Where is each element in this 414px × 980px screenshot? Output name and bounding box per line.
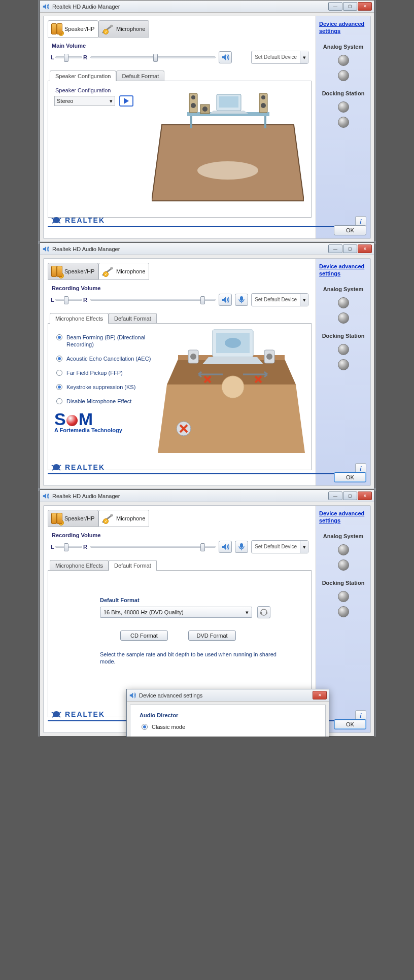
opt-ffp[interactable]: Far Field Pickup (FFP) bbox=[56, 369, 156, 376]
subtab-default-format[interactable]: Default Format bbox=[109, 313, 157, 324]
mic-boost-button[interactable] bbox=[235, 541, 248, 553]
analog-jack-1[interactable] bbox=[338, 55, 349, 66]
tab-speaker[interactable]: ✓ Speaker/HP bbox=[48, 20, 98, 38]
svg-point-28 bbox=[225, 338, 241, 348]
svg-marker-19 bbox=[210, 111, 248, 114]
close-button[interactable]: ✕ bbox=[358, 492, 372, 500]
analog-jack-1[interactable] bbox=[338, 544, 349, 555]
balance-slider[interactable]: L R bbox=[51, 544, 87, 550]
balance-slider[interactable]: L R bbox=[51, 54, 87, 60]
analog-jack-1[interactable] bbox=[338, 297, 349, 308]
recording-volume-slider[interactable] bbox=[90, 299, 216, 301]
titlebar[interactable]: Realtek HD Audio Manager — ▢ ✕ bbox=[40, 243, 374, 255]
headphone-button[interactable] bbox=[257, 606, 270, 618]
tab-microphone[interactable]: ✓ Microphone bbox=[98, 510, 149, 527]
svg-rect-18 bbox=[219, 96, 238, 108]
app-icon bbox=[42, 493, 49, 500]
minimize-button[interactable]: — bbox=[328, 2, 342, 11]
mute-button[interactable] bbox=[219, 294, 232, 306]
dock-jack-2[interactable] bbox=[338, 117, 349, 128]
mic-boost-button[interactable] bbox=[235, 294, 248, 306]
tab-microphone[interactable]: ✓ Microphone bbox=[98, 263, 149, 280]
default-format-select[interactable]: 16 Bits, 48000 Hz (DVD Quality)▾ bbox=[100, 607, 252, 618]
analog-system-label: Analog System bbox=[319, 533, 367, 539]
device-advanced-settings-link[interactable]: Device advanced settings bbox=[319, 20, 367, 34]
speaker-config-panel: Speaker Configuration Stereo▾ bbox=[48, 81, 312, 218]
tab-microphone[interactable]: ✓ Microphone bbox=[98, 20, 149, 38]
mute-button[interactable] bbox=[219, 51, 232, 63]
set-default-device[interactable]: Set Default Device▾ bbox=[251, 51, 308, 64]
ok-button[interactable]: OK bbox=[334, 225, 366, 235]
subtab-speaker-config[interactable]: Speaker Configuration bbox=[50, 71, 116, 81]
analog-jack-2[interactable] bbox=[338, 559, 349, 571]
svg-point-33 bbox=[266, 354, 272, 360]
dock-jack-1[interactable] bbox=[338, 101, 349, 113]
ok-button[interactable]: OK bbox=[334, 719, 366, 729]
play-button[interactable] bbox=[119, 95, 133, 107]
close-button[interactable]: ✕ bbox=[358, 244, 372, 253]
subtab-mic-effects[interactable]: Microphone Effects bbox=[50, 313, 109, 324]
svg-point-16 bbox=[261, 103, 266, 108]
opt-aec[interactable]: Acoustic Echo Cancellation (AEC) bbox=[56, 355, 156, 362]
speaker-config-select[interactable]: Stereo▾ bbox=[54, 96, 115, 106]
dock-jack-1[interactable] bbox=[338, 344, 349, 355]
set-default-device[interactable]: Set Default Device▾ bbox=[251, 540, 308, 553]
subtab-mic-effects[interactable]: Microphone Effects bbox=[50, 560, 109, 571]
window-title: Realtek HD Audio Manager bbox=[52, 4, 328, 10]
dock-jack-2[interactable] bbox=[338, 606, 349, 617]
chevron-down-icon[interactable]: ▾ bbox=[300, 541, 308, 553]
opt-classic-mode[interactable]: Classic mode bbox=[142, 723, 316, 730]
opt-beam-forming[interactable]: Beam Forming (BF) (Directional Recording… bbox=[56, 334, 156, 348]
ok-button[interactable]: OK bbox=[334, 472, 366, 482]
device-advanced-settings-link[interactable]: Device advanced settings bbox=[319, 510, 367, 524]
sam-logo: SM A Fortemedia Technology bbox=[54, 412, 156, 433]
device-advanced-settings-dialog: Device advanced settings ✕ Audio Directo… bbox=[126, 689, 329, 737]
titlebar[interactable]: Realtek HD Audio Manager — ▢ ✕ bbox=[40, 1, 374, 13]
svg-rect-10 bbox=[264, 116, 266, 128]
svg-marker-29 bbox=[202, 357, 263, 364]
set-default-device[interactable]: Set Default Device▾ bbox=[251, 293, 308, 306]
microphone-icon: ✓ bbox=[102, 514, 114, 523]
svg-point-13 bbox=[191, 103, 196, 108]
dvd-format-button[interactable]: DVD Format bbox=[188, 631, 236, 641]
dock-jack-1[interactable] bbox=[338, 591, 349, 602]
chevron-down-icon: ▾ bbox=[246, 609, 249, 616]
recording-volume-slider[interactable] bbox=[90, 546, 216, 548]
svg-point-7 bbox=[197, 161, 258, 180]
mute-button[interactable] bbox=[219, 541, 232, 553]
realtek-logo: REALTEK bbox=[51, 215, 105, 225]
window-speaker: Realtek HD Audio Manager — ▢ ✕ ✓ Speaker… bbox=[40, 0, 374, 242]
chevron-down-icon[interactable]: ▾ bbox=[300, 51, 308, 63]
cd-format-button[interactable]: CD Format bbox=[120, 631, 168, 641]
titlebar[interactable]: Realtek HD Audio Manager — ▢ ✕ bbox=[40, 490, 374, 502]
svg-point-36 bbox=[110, 514, 113, 516]
tab-speaker[interactable]: ✓ Speaker/HP bbox=[48, 263, 98, 280]
analog-system-label: Analog System bbox=[319, 286, 367, 292]
close-button[interactable]: ✕ bbox=[358, 2, 372, 11]
analog-jack-2[interactable] bbox=[338, 70, 349, 81]
maximize-button[interactable]: ▢ bbox=[343, 492, 357, 500]
subtab-default-format[interactable]: Default Format bbox=[109, 560, 157, 571]
recording-volume-label: Recording Volume bbox=[52, 285, 312, 291]
balance-slider[interactable]: L R bbox=[51, 297, 87, 303]
chevron-down-icon[interactable]: ▾ bbox=[300, 294, 308, 306]
subtab-default-format[interactable]: Default Format bbox=[116, 71, 164, 81]
tab-speaker[interactable]: ✓ Speaker/HP bbox=[48, 510, 98, 527]
dialog-title: Device advanced settings bbox=[139, 692, 313, 698]
maximize-button[interactable]: ▢ bbox=[343, 2, 357, 11]
device-advanced-settings-link[interactable]: Device advanced settings bbox=[319, 263, 367, 277]
main-volume-slider[interactable] bbox=[90, 56, 216, 58]
realtek-logo: REALTEK bbox=[51, 462, 105, 472]
dock-jack-2[interactable] bbox=[338, 359, 349, 370]
dialog-titlebar[interactable]: Device advanced settings ✕ bbox=[127, 689, 329, 702]
opt-ks[interactable]: Keystroke suppression (KS) bbox=[56, 383, 156, 391]
maximize-button[interactable]: ▢ bbox=[343, 244, 357, 253]
analog-jack-2[interactable] bbox=[338, 312, 349, 324]
dialog-close-button[interactable]: ✕ bbox=[313, 691, 327, 699]
minimize-button[interactable]: — bbox=[328, 244, 342, 253]
app-icon bbox=[42, 3, 49, 10]
window-title: Realtek HD Audio Manager bbox=[52, 246, 328, 252]
minimize-button[interactable]: — bbox=[328, 492, 342, 500]
analog-system-label: Analog System bbox=[319, 44, 367, 50]
opt-disable[interactable]: Disable Microphone Effect bbox=[56, 398, 156, 405]
